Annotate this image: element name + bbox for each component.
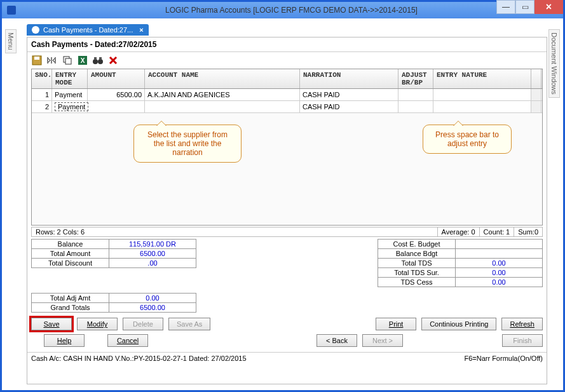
finish-button[interactable]: Finish	[502, 334, 543, 347]
cell-amount[interactable]	[88, 101, 145, 112]
cost-budget-label: Cost E. Budget	[378, 240, 456, 248]
grid-empty-area: Select the supplier from the list and wr…	[32, 113, 542, 225]
grid-row[interactable]: 2 Payment CASH PAID	[32, 101, 542, 113]
total-amount-value: 6500.00	[109, 249, 196, 258]
total-discount-label: Total Discount	[32, 259, 109, 267]
menu-side-tab[interactable]: Menu	[5, 29, 17, 53]
svg-text:X: X	[81, 57, 85, 64]
panel-title: Cash Payments - Dated:27/02/2015	[27, 37, 547, 52]
col-adjust[interactable]: ADJUST BR/BP	[398, 69, 433, 88]
columns-icon[interactable]	[46, 55, 58, 66]
cell-narration[interactable]: CASH PAID	[300, 101, 398, 112]
status-left: Cash A/c: CASH IN HAND V.No.:PY-2015-02-…	[31, 355, 247, 362]
help-button[interactable]: Help	[44, 334, 85, 347]
cell-entry-mode[interactable]: Payment	[52, 89, 88, 100]
maximize-button[interactable]: ▭	[515, 0, 534, 14]
cell-adjust[interactable]	[398, 101, 433, 112]
col-sno[interactable]: SNO.	[32, 69, 52, 88]
copy-icon[interactable]	[62, 55, 73, 66]
tds-cess-value: 0.00	[456, 278, 542, 287]
svg-rect-1	[34, 57, 39, 60]
cell-adjust[interactable]	[398, 89, 433, 100]
balance-budget-value	[456, 249, 542, 258]
active-cell[interactable]: Payment	[55, 102, 88, 111]
grid-sum: Sum:0	[514, 227, 542, 236]
cost-budget-value	[456, 240, 542, 248]
back-button[interactable]: < Back	[317, 334, 357, 347]
total-amount-label: Total Amount	[32, 249, 109, 258]
col-narration[interactable]: NARRATION	[300, 69, 398, 88]
binoculars-icon[interactable]	[92, 55, 104, 66]
window-title: LOGIC Pharma Accounts [LOGIC ERP FMCG DE…	[20, 6, 563, 15]
titlebar[interactable]: LOGIC Pharma Accounts [LOGIC ERP FMCG DE…	[2, 2, 563, 18]
svg-rect-12	[99, 57, 102, 60]
callout-adjust: Press space bar to adjust entry	[423, 125, 512, 154]
document-tab[interactable]: Cash Payments - Dated:27... ×	[27, 24, 149, 36]
minimize-button[interactable]: —	[496, 0, 515, 14]
grid-row[interactable]: 1 Payment 6500.00 A.K.JAIN AND AGENICES …	[32, 89, 542, 101]
total-tds-sur-label: Total TDS Sur.	[378, 268, 456, 277]
tab-label: Cash Payments - Dated:27...	[43, 26, 133, 34]
col-scroll	[531, 69, 541, 88]
cell-account-name[interactable]: A.K.JAIN AND AGENICES	[145, 89, 300, 100]
col-entry-mode[interactable]: ENTRY MODE	[52, 69, 88, 88]
print-button[interactable]: Print	[376, 318, 416, 330]
total-adj-value: 0.00	[109, 294, 196, 302]
balance-budget-label: Balance Bdgt	[378, 249, 456, 258]
balance-label: Balance	[32, 240, 109, 248]
status-right: F6=Narr Formula(On/Off)	[464, 355, 543, 362]
cell-amount[interactable]: 6500.00	[88, 89, 145, 100]
col-amount[interactable]: AMOUNT	[88, 69, 145, 88]
cell-account-name[interactable]	[145, 101, 300, 112]
excel-icon[interactable]: X	[77, 55, 88, 66]
delete-icon[interactable]	[107, 55, 119, 66]
app-window: LOGIC Pharma Accounts [LOGIC ERP FMCG DE…	[0, 0, 565, 392]
total-tds-sur-value: 0.00	[456, 268, 542, 277]
document-windows-side-tab[interactable]: Document Windows	[548, 29, 560, 98]
svg-point-9	[93, 59, 98, 64]
cell-entry-nature[interactable]	[433, 101, 531, 112]
continuous-printing-button[interactable]: Continious Printing	[421, 318, 496, 330]
saveas-button[interactable]: Save As	[168, 318, 210, 330]
modify-button[interactable]: Modify	[77, 318, 118, 330]
cell-sno[interactable]: 2	[32, 101, 52, 112]
scrollbar[interactable]	[531, 101, 541, 112]
tds-cess-label: TDS Cess	[378, 278, 456, 287]
grid-rows-cols: Rows: 2 Cols: 6	[32, 227, 437, 236]
tab-app-icon	[32, 26, 39, 34]
scrollbar[interactable]	[531, 89, 541, 100]
grid-count: Count: 1	[479, 227, 514, 236]
col-entry-nature[interactable]: ENTRY NATURE	[433, 69, 531, 88]
delete-button[interactable]: Delete	[123, 318, 163, 330]
toolbar: X	[27, 52, 547, 69]
entry-grid[interactable]: SNO. ENTRY MODE AMOUNT ACCOUNT NAME NARR…	[31, 69, 543, 226]
svg-rect-6	[65, 58, 71, 64]
refresh-button[interactable]: Refresh	[501, 318, 543, 330]
cancel-button[interactable]: Cancel	[107, 334, 148, 347]
grid-average: Average: 0	[437, 227, 479, 236]
svg-rect-11	[94, 57, 97, 60]
cell-entry-mode[interactable]: Payment	[52, 101, 88, 112]
cell-narration[interactable]: CASH PAID	[300, 89, 398, 100]
total-adj-label: Total Adj Amt	[32, 294, 109, 302]
balance-value: 115,591.00 DR	[109, 240, 196, 248]
total-tds-label: Total TDS	[378, 259, 456, 267]
save-icon[interactable]	[31, 55, 43, 66]
grand-totals-label: Grand Totals	[32, 303, 109, 312]
tab-close-icon[interactable]: ×	[139, 26, 143, 34]
svg-point-10	[98, 59, 103, 64]
cell-sno[interactable]: 1	[32, 89, 52, 100]
total-discount-value: .00	[109, 259, 196, 267]
grid-stats-bar: Rows: 2 Cols: 6 Average: 0 Count: 1 Sum:…	[31, 227, 543, 237]
total-tds-value: 0.00	[456, 259, 542, 267]
save-button[interactable]: Save	[31, 318, 72, 330]
grand-totals-value: 6500.00	[109, 303, 196, 312]
col-account-name[interactable]: ACCOUNT NAME	[145, 69, 300, 88]
callout-supplier: Select the supplier from the list and wr…	[133, 125, 242, 163]
app-icon	[7, 6, 16, 15]
next-button[interactable]: Next >	[362, 334, 403, 347]
cell-entry-nature[interactable]	[433, 89, 531, 100]
close-button[interactable]: ×	[534, 0, 563, 14]
